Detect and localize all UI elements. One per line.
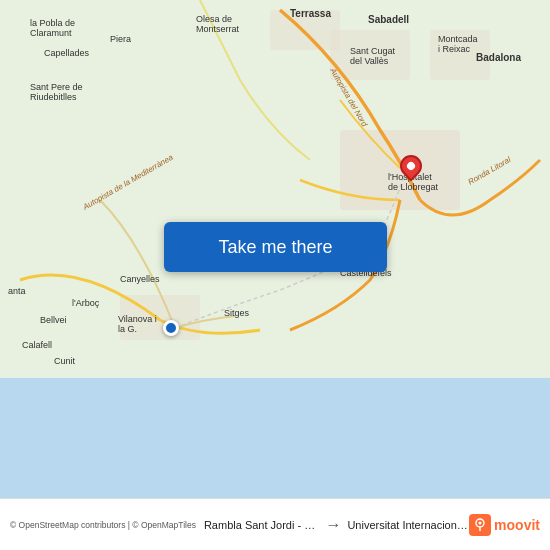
route-info: Rambla Sant Jordi - Ro... → Universitat …: [204, 516, 469, 534]
place-label: la Pobla deClaramunt: [30, 18, 75, 38]
place-label: Capellades: [44, 48, 89, 58]
terrassa-urban: [270, 10, 340, 50]
place-label: l'Arboç: [72, 298, 99, 308]
place-label: Olesa deMontserrat: [196, 14, 239, 34]
arrow-icon: →: [325, 516, 341, 534]
place-label: Calafell: [22, 340, 52, 350]
place-label: Canyelles: [120, 274, 160, 284]
svg-text:Ronda Litoral: Ronda Litoral: [467, 155, 513, 187]
attribution: © OpenStreetMap contributors | © OpenMap…: [10, 520, 196, 530]
origin-text: Rambla Sant Jordi - Ro...: [204, 519, 319, 531]
place-label: Piera: [110, 34, 131, 44]
pin-head: [395, 150, 426, 181]
vilanova-urban: [120, 295, 200, 340]
badalona-urban: [430, 30, 490, 80]
moovit-logo: moovit: [469, 514, 540, 536]
map-background: Autopista de la Mediterrànea Autopista d…: [0, 0, 550, 498]
map-container: Autopista de la Mediterrànea Autopista d…: [0, 0, 550, 498]
place-label: Sitges: [224, 308, 249, 318]
moovit-text: moovit: [494, 517, 540, 533]
place-label: Sabadell: [368, 14, 409, 25]
svg-point-4: [479, 521, 482, 524]
place-label: Cunit: [54, 356, 75, 366]
sea-area: [0, 378, 550, 498]
destination-marker: [400, 155, 422, 177]
svg-text:Autopista de la Mediterrànea: Autopista de la Mediterrànea: [81, 153, 175, 213]
place-label: Sant Pere deRiudebitlles: [30, 82, 83, 102]
sabadell-urban: [330, 30, 410, 80]
bottom-bar: © OpenStreetMap contributors | © OpenMap…: [0, 498, 550, 550]
app: Autopista de la Mediterrànea Autopista d…: [0, 0, 550, 550]
take-me-there-button[interactable]: Take me there: [164, 222, 387, 272]
moovit-icon: [469, 514, 491, 536]
destination-text: Universitat Internacional ...: [347, 519, 469, 531]
origin-marker: [163, 320, 179, 336]
place-label: Bellvei: [40, 315, 67, 325]
place-label: anta: [8, 286, 26, 296]
